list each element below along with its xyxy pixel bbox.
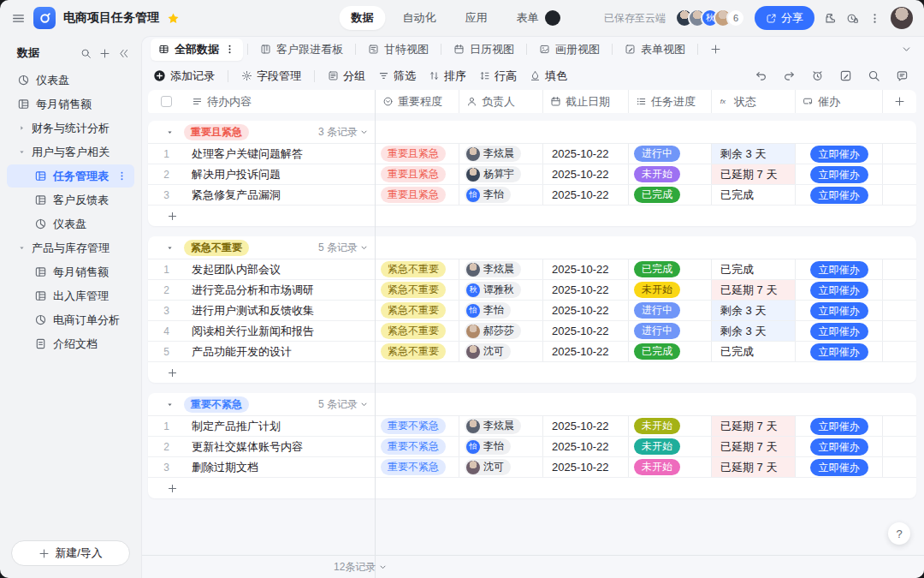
table-row[interactable]: 2更新社交媒体账号内容重要不紧急怡李怡2025-10-22未开始已延期 7 天立… bbox=[148, 437, 916, 457]
table-row[interactable]: 1发起团队内部会议紧急不重要李炫晨2025-10-22已完成已完成立即催办 bbox=[148, 259, 916, 280]
priority-cell[interactable]: 紧急不重要 bbox=[375, 259, 459, 279]
group-header[interactable]: 重要不紧急5 条记录 bbox=[148, 393, 916, 416]
menu-icon[interactable] bbox=[11, 11, 26, 26]
priority-cell[interactable]: 紧急不重要 bbox=[375, 342, 459, 361]
view-tab[interactable]: 表单视图 bbox=[617, 39, 693, 61]
progress-cell[interactable]: 未开始 bbox=[628, 416, 711, 436]
due-date-cell[interactable]: 2025-10-22 bbox=[542, 259, 628, 279]
column-header[interactable]: 截止日期 bbox=[542, 90, 628, 113]
assignee-cell[interactable]: 郝莎莎 bbox=[459, 321, 542, 341]
add-row-button[interactable] bbox=[148, 362, 916, 383]
row-number[interactable]: 2 bbox=[148, 164, 185, 184]
due-date-cell[interactable]: 2025-10-22 bbox=[542, 321, 628, 341]
field-manage-button[interactable]: 字段管理 bbox=[241, 69, 301, 84]
more-menu-icon[interactable] bbox=[868, 12, 881, 25]
priority-cell[interactable]: 重要且紧急 bbox=[375, 185, 459, 205]
table-row[interactable]: 2进行竞品分析和市场调研紧急不重要秋谭雅秋2025-10-22未开始已延期 7 … bbox=[148, 280, 916, 301]
sidebar-collapse-icon[interactable] bbox=[118, 48, 129, 59]
undo-icon[interactable] bbox=[755, 69, 767, 82]
row-number[interactable]: 1 bbox=[148, 416, 185, 436]
assignee-cell[interactable]: 沈可 bbox=[459, 342, 542, 361]
remind-now-button[interactable]: 立即催办 bbox=[810, 323, 868, 340]
assignee-cell[interactable]: 李炫晨 bbox=[459, 416, 542, 436]
table-row[interactable]: 4阅读相关行业新闻和报告紧急不重要郝莎莎2025-10-22进行中剩余 3 天立… bbox=[148, 321, 916, 342]
assignee-cell[interactable]: 李炫晨 bbox=[459, 259, 542, 279]
progress-cell[interactable]: 未开始 bbox=[628, 164, 711, 184]
sidebar-item[interactable]: 出入库管理 bbox=[7, 284, 134, 307]
row-number[interactable]: 3 bbox=[148, 457, 185, 477]
sidebar-item[interactable]: 每月销售额 bbox=[7, 260, 134, 283]
sidebar-item[interactable]: 电商订单分析 bbox=[7, 308, 134, 331]
due-date-cell[interactable]: 2025-10-22 bbox=[542, 457, 628, 477]
topbar-tab[interactable]: 自动化 bbox=[391, 6, 448, 30]
priority-cell[interactable]: 重要且紧急 bbox=[375, 144, 459, 164]
progress-cell[interactable]: 进行中 bbox=[628, 301, 711, 320]
task-title-cell[interactable]: 阅读相关行业新闻和报告 bbox=[185, 321, 375, 341]
record-count-footer[interactable]: 12条记录 bbox=[142, 555, 924, 578]
share-button[interactable]: 分享 bbox=[755, 6, 814, 30]
add-column-button[interactable] bbox=[882, 90, 916, 113]
row-number[interactable]: 1 bbox=[148, 144, 185, 164]
priority-cell[interactable]: 紧急不重要 bbox=[375, 280, 459, 300]
add-row-button[interactable] bbox=[148, 206, 916, 226]
sort-button[interactable]: 排序 bbox=[429, 69, 466, 84]
column-header[interactable]: fx状态 bbox=[711, 90, 795, 113]
row-number[interactable]: 3 bbox=[148, 301, 185, 320]
progress-cell[interactable]: 未开始 bbox=[628, 437, 711, 456]
progress-cell[interactable]: 未开始 bbox=[628, 457, 711, 477]
task-title-cell[interactable]: 制定产品推广计划 bbox=[185, 416, 375, 436]
search-icon[interactable] bbox=[868, 69, 880, 82]
remind-now-button[interactable]: 立即催办 bbox=[810, 343, 868, 361]
sidebar-item[interactable]: 每月销售额 bbox=[7, 92, 134, 116]
priority-cell[interactable]: 重要不紧急 bbox=[375, 416, 459, 436]
sidebar-item[interactable]: 财务与统计分析 bbox=[7, 116, 134, 140]
progress-cell[interactable]: 未开始 bbox=[628, 280, 711, 300]
notification-icon[interactable] bbox=[811, 69, 824, 82]
task-title-cell[interactable]: 删除过期文档 bbox=[185, 457, 375, 477]
progress-cell[interactable]: 进行中 bbox=[628, 321, 711, 341]
progress-cell[interactable]: 已完成 bbox=[628, 185, 711, 205]
group-record-count[interactable]: 3 条记录 bbox=[318, 125, 375, 140]
group-record-count[interactable]: 5 条记录 bbox=[318, 397, 375, 412]
assignee-cell[interactable]: 沈可 bbox=[459, 457, 542, 477]
table-row[interactable]: 1处理客户关键问题解答重要且紧急李炫晨2025-10-22进行中剩余 3 天立即… bbox=[148, 144, 916, 164]
task-title-cell[interactable]: 进行竞品分析和市场调研 bbox=[185, 280, 375, 300]
remind-now-button[interactable]: 立即催办 bbox=[810, 438, 868, 456]
collaborator-avatars[interactable]: 秋6 bbox=[675, 9, 745, 27]
due-date-cell[interactable]: 2025-10-22 bbox=[542, 164, 628, 184]
group-button[interactable]: 分组 bbox=[328, 69, 365, 84]
star-icon[interactable] bbox=[167, 12, 180, 25]
due-date-cell[interactable]: 2025-10-22 bbox=[542, 185, 628, 205]
filter-button[interactable]: 筛选 bbox=[378, 69, 416, 84]
sidebar-item[interactable]: 产品与库存管理 bbox=[7, 236, 134, 259]
progress-cell[interactable]: 进行中 bbox=[628, 144, 711, 164]
edit-note-icon[interactable] bbox=[839, 69, 852, 82]
assignee-cell[interactable]: 怡李怡 bbox=[459, 301, 542, 320]
remind-now-button[interactable]: 立即催办 bbox=[810, 418, 868, 435]
column-header[interactable]: 催办 bbox=[795, 90, 882, 113]
app-logo[interactable] bbox=[33, 7, 56, 29]
theme-toggle-icon[interactable] bbox=[544, 9, 561, 27]
sidebar-item[interactable]: 客户反馈表 bbox=[7, 188, 134, 212]
row-number[interactable]: 5 bbox=[148, 342, 185, 361]
priority-cell[interactable]: 紧急不重要 bbox=[375, 301, 459, 320]
remind-now-button[interactable]: 立即催办 bbox=[810, 282, 868, 299]
task-title-cell[interactable]: 进行用户测试和反馈收集 bbox=[185, 301, 375, 320]
due-date-cell[interactable]: 2025-10-22 bbox=[542, 144, 628, 164]
progress-cell[interactable]: 已完成 bbox=[628, 259, 711, 279]
remind-now-button[interactable]: 立即催办 bbox=[810, 166, 868, 183]
column-header[interactable]: 任务进度 bbox=[628, 90, 711, 113]
topbar-tab[interactable]: 应用 bbox=[453, 6, 500, 30]
sidebar-item[interactable]: 用户与客户相关 bbox=[7, 140, 134, 164]
remind-now-button[interactable]: 立即催办 bbox=[810, 187, 868, 204]
remind-now-button[interactable]: 立即催办 bbox=[810, 302, 868, 319]
group-header[interactable]: 重要且紧急3 条记录 bbox=[148, 121, 916, 144]
sidebar-item[interactable]: 仪表盘 bbox=[7, 69, 134, 92]
extensions-icon[interactable] bbox=[824, 12, 837, 25]
new-import-button[interactable]: 新建/导入 bbox=[11, 540, 130, 566]
due-date-cell[interactable]: 2025-10-22 bbox=[542, 280, 628, 300]
task-title-cell[interactable]: 产品功能开发的设计 bbox=[185, 342, 375, 361]
caret-down-icon[interactable] bbox=[17, 244, 26, 252]
priority-cell[interactable]: 重要且紧急 bbox=[375, 164, 459, 184]
view-tab[interactable]: 甘特视图 bbox=[360, 39, 436, 61]
